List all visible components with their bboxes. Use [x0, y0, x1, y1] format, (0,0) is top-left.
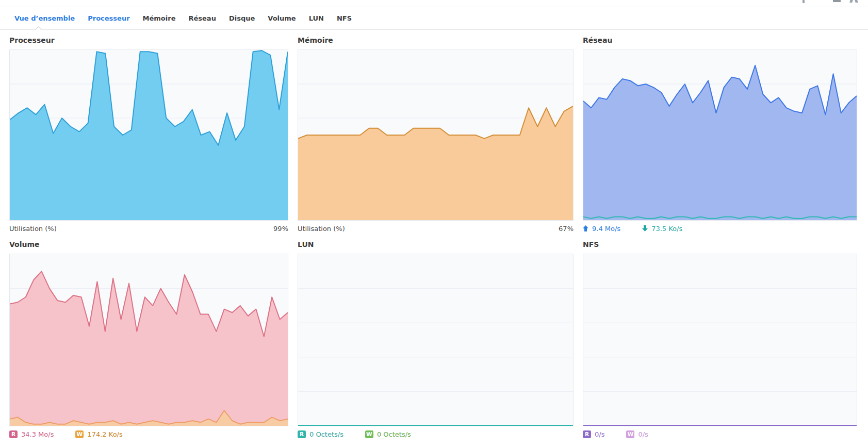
panel-title-volume: Volume: [9, 240, 288, 251]
memoire-area-chart[interactable]: [298, 49, 574, 221]
panel-volume: Volume R 34.3 Mo/s W 174.2 Ko/s: [9, 240, 288, 442]
utilisation-value: 67%: [559, 225, 574, 233]
lun-area-chart[interactable]: [298, 254, 574, 426]
utilisation-label: Utilisation (%): [9, 225, 57, 233]
memoire-footer: Utilisation (%) 67%: [298, 221, 574, 236]
panel-reseau: Réseau 9.4 Mo/s 73.5 Ko/s: [583, 36, 857, 236]
download-stat: 73.5 Ko/s: [642, 225, 682, 233]
read-stat: R 0/s: [583, 430, 604, 438]
processeur-footer: Utilisation (%) 99%: [9, 221, 288, 236]
write-badge-icon: W: [75, 430, 84, 438]
upload-stat: 9.4 Mo/s: [583, 225, 620, 233]
tab-processeur[interactable]: Processeur: [88, 14, 129, 22]
write-stat: W 0 Octets/s: [365, 430, 411, 438]
nfs-footer: R 0/s W 0/s: [583, 426, 857, 442]
read-badge-icon: R: [9, 430, 18, 438]
close-fragment-icon[interactable]: [849, 0, 853, 3]
tab-bar: Vue d’ensemble Processeur Mémoire Réseau…: [0, 7, 868, 30]
lun-footer: R 0 Octets/s W 0 Octets/s: [298, 426, 574, 442]
panel-memoire: Mémoire Utilisation (%) 67%: [298, 36, 574, 236]
panel-title-nfs: NFS: [583, 240, 857, 251]
close-fragment-icon[interactable]: [855, 0, 858, 3]
download-arrow-icon: [642, 225, 648, 231]
read-badge-icon: R: [298, 430, 306, 438]
panel-processeur: Processeur Utilisation (%) 99%: [9, 36, 288, 236]
tab-disque[interactable]: Disque: [229, 14, 255, 22]
read-stat: R 34.3 Mo/s: [9, 430, 54, 438]
panel-title-processeur: Processeur: [9, 36, 288, 47]
write-stat: W 0/s: [626, 430, 648, 438]
write-badge-icon: W: [626, 430, 634, 438]
panel-title-memoire: Mémoire: [298, 36, 574, 47]
read-value: 34.3 Mo/s: [21, 430, 54, 438]
volume-footer: R 34.3 Mo/s W 174.2 Ko/s: [9, 426, 288, 442]
panel-title-reseau: Réseau: [583, 36, 857, 47]
tab-vue-densemble[interactable]: Vue d’ensemble: [14, 14, 75, 22]
tab-volume[interactable]: Volume: [268, 14, 296, 22]
write-badge-icon: W: [365, 430, 373, 438]
panel-nfs: NFS R 0/s W 0/s: [583, 240, 857, 442]
nfs-area-chart[interactable]: [583, 254, 857, 426]
reseau-footer: 9.4 Mo/s 73.5 Ko/s: [583, 221, 857, 236]
pin-fragment-icon[interactable]: [803, 0, 805, 3]
tab-memoire[interactable]: Mémoire: [143, 14, 176, 22]
tab-nfs[interactable]: NFS: [337, 14, 352, 22]
charts-grid: Processeur Utilisation (%) 99% Mémoire U…: [9, 36, 857, 442]
read-badge-icon: R: [583, 430, 591, 438]
read-value: 0 Octets/s: [309, 430, 343, 438]
write-value: 174.2 Ko/s: [87, 430, 122, 438]
write-value: 0 Octets/s: [377, 430, 411, 438]
write-stat: W 174.2 Ko/s: [75, 430, 122, 438]
utilisation-label: Utilisation (%): [298, 225, 345, 233]
panel-title-lun: LUN: [298, 240, 574, 251]
reseau-area-chart[interactable]: [583, 49, 857, 221]
write-value: 0/s: [638, 430, 648, 438]
volume-area-chart[interactable]: [9, 254, 288, 426]
tab-lun[interactable]: LUN: [309, 14, 324, 22]
active-tab-caret: [35, 26, 42, 33]
read-value: 0/s: [595, 430, 604, 438]
upload-arrow-icon: [583, 225, 588, 231]
processeur-area-chart[interactable]: [9, 49, 288, 221]
panel-lun: LUN R 0 Octets/s W 0 Octets/s: [298, 240, 574, 442]
window-fragment-icon[interactable]: [833, 0, 841, 2]
tab-reseau[interactable]: Réseau: [188, 14, 216, 22]
read-stat: R 0 Octets/s: [298, 430, 343, 438]
utilisation-value: 99%: [273, 225, 288, 233]
upload-value: 9.4 Mo/s: [592, 225, 620, 233]
window-top-strip: [0, 0, 868, 7]
download-value: 73.5 Ko/s: [651, 225, 682, 233]
